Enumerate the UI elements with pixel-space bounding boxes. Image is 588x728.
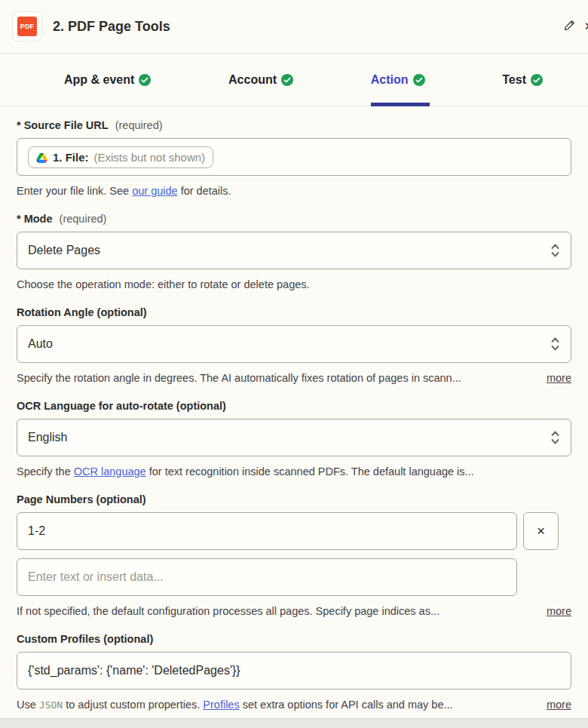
more-link[interactable]: more — [547, 604, 571, 619]
close-panel-button[interactable]: ✕ — [579, 17, 588, 36]
field-help-row: If not specified, the default configurat… — [17, 604, 571, 619]
field-label-row: * Mode (required) — [17, 212, 571, 226]
field-label-row: Custom Profiles (optional) — [17, 632, 571, 646]
help-text-part: for text recognition inside scanned PDFs… — [146, 465, 474, 478]
panel-bottom-strip — [0, 718, 588, 728]
custom-profiles-input[interactable] — [17, 652, 571, 690]
rotation-angle-selected-value: Auto — [28, 337, 53, 351]
google-drive-icon — [36, 152, 47, 162]
field-label-row: * Source File URL (required) — [17, 118, 571, 132]
tab-label: Action — [371, 73, 409, 87]
field-mode: * Mode (required) Delete Pages Choose th… — [17, 212, 571, 292]
rotation-angle-select[interactable]: Auto — [17, 325, 571, 363]
token-value: (Exists but not shown) — [94, 151, 206, 164]
field-help-text: Specify the OCR language for text recogn… — [17, 465, 571, 479]
field-help-text: If not specified, the default configurat… — [17, 604, 533, 619]
json-code-text: JSON — [39, 699, 63, 711]
check-circle-icon — [139, 74, 151, 86]
page-numbers-row: × — [17, 512, 559, 550]
check-circle-icon — [281, 74, 293, 86]
token-step-label: 1. File: — [53, 151, 89, 164]
more-link[interactable]: more — [547, 371, 571, 386]
field-help-text: Use JSON to adjust custom properties. Pr… — [17, 698, 533, 712]
pencil-icon — [564, 20, 575, 34]
field-page-numbers: Page Numbers (optional) × If not specifi… — [17, 493, 571, 619]
mapped-field-token[interactable]: 1. File: (Exists but not shown) — [28, 146, 213, 168]
field-help-row: Use JSON to adjust custom properties. Pr… — [17, 698, 571, 712]
field-label: Page Numbers (optional) — [17, 493, 146, 505]
mode-selected-value: Delete Pages — [28, 244, 100, 257]
source-file-url-input[interactable]: 1. File: (Exists but not shown) — [17, 138, 571, 176]
page-numbers-empty-input[interactable] — [17, 558, 517, 596]
help-text-part: for details. — [178, 185, 231, 197]
tab-test[interactable]: Test — [502, 54, 543, 106]
field-label-row: OCR Language for auto-rotate (optional) — [17, 399, 571, 413]
more-link[interactable]: more — [547, 698, 571, 712]
pdf-app-icon: PDF — [12, 11, 42, 41]
page-numbers-extra-row — [17, 558, 517, 596]
edit-title-button[interactable] — [559, 17, 579, 36]
tab-action[interactable]: Action — [371, 54, 425, 106]
field-help-row: Specify the rotation angle in degrees. T… — [17, 371, 571, 386]
active-tab-underline — [371, 103, 430, 106]
our-guide-link[interactable]: our guide — [132, 185, 177, 197]
tab-label: App & event — [64, 73, 134, 87]
field-custom-profiles: Custom Profiles (optional) Use JSON to a… — [17, 632, 571, 712]
help-text-part: Use — [17, 699, 39, 711]
header-actions: ✕ — [559, 0, 588, 53]
field-source-file-url: * Source File URL (required) 1. File: (E… — [17, 118, 571, 198]
profiles-link[interactable]: Profiles — [203, 699, 239, 711]
select-chevrons-icon — [550, 336, 560, 352]
required-note: (required) — [60, 213, 107, 225]
step-title: 2. PDF Page Tools — [53, 19, 170, 35]
mode-select[interactable]: Delete Pages — [17, 232, 571, 269]
select-chevrons-icon — [550, 429, 560, 446]
page-numbers-input[interactable] — [17, 512, 517, 550]
field-rotation-angle: Rotation Angle (optional) Auto Specify t… — [17, 306, 571, 386]
tab-app-and-event[interactable]: App & event — [64, 54, 151, 106]
field-help-text: Enter your file link. See our guide for … — [17, 184, 571, 198]
help-text-part: Specify the — [17, 465, 74, 478]
field-label-row: Rotation Angle (optional) — [17, 306, 571, 319]
select-chevrons-icon — [550, 242, 560, 259]
required-note: (required) — [115, 119, 163, 131]
field-label-row: Page Numbers (optional) — [17, 493, 571, 506]
ocr-language-link[interactable]: OCR language — [74, 465, 146, 478]
field-ocr-language: OCR Language for auto-rotate (optional) … — [17, 399, 571, 479]
close-icon: ✕ — [584, 20, 588, 33]
field-help-text: Specify the rotation angle in degrees. T… — [17, 371, 533, 386]
pdf-icon: PDF — [17, 17, 37, 36]
remove-value-button[interactable]: × — [523, 512, 559, 550]
ocr-language-select[interactable]: English — [17, 419, 571, 456]
field-label: Rotation Angle (optional) — [17, 306, 147, 318]
field-help-row: Choose the operation mode: either to rot… — [17, 278, 571, 292]
x-icon: × — [537, 523, 545, 539]
field-label: * Source File URL — [17, 119, 109, 131]
step-tabs: App & event Account Action Test — [0, 54, 588, 106]
ocr-language-selected-value: English — [28, 431, 67, 444]
help-text-part: to adjust custom properties. — [63, 699, 203, 711]
field-help-row: Enter your file link. See our guide for … — [17, 184, 571, 198]
tab-label: Account — [228, 73, 277, 87]
help-text-part: set extra options for API calls and may … — [240, 699, 453, 711]
field-label: Custom Profiles (optional) — [17, 633, 153, 645]
help-text-part: Enter your file link. See — [17, 185, 132, 197]
check-circle-icon — [531, 74, 543, 86]
field-help-row: Specify the OCR language for text recogn… — [17, 465, 571, 479]
step-header: PDF 2. PDF Page Tools ✕ — [0, 0, 588, 54]
tab-label: Test — [502, 73, 526, 87]
field-help-text: Choose the operation mode: either to rot… — [17, 278, 571, 292]
tab-account[interactable]: Account — [228, 54, 293, 106]
field-label: * Mode — [17, 213, 53, 225]
check-circle-icon — [413, 74, 425, 86]
field-label: OCR Language for auto-rotate (optional) — [17, 400, 226, 412]
action-form: * Source File URL (required) 1. File: (E… — [0, 118, 588, 712]
